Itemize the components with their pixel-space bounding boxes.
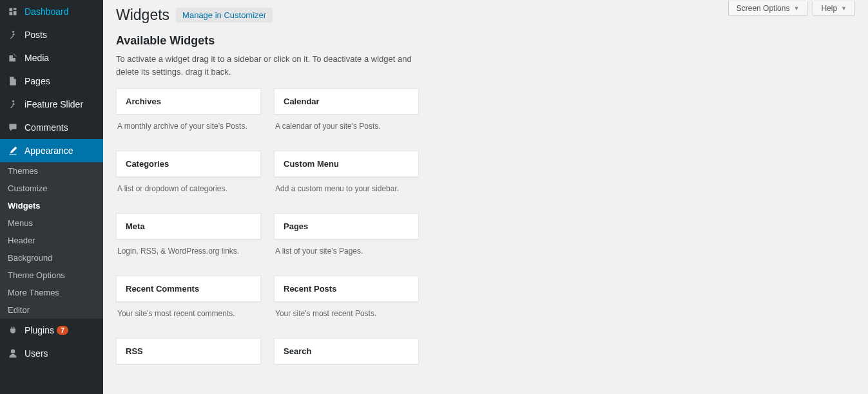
comment-icon (6, 121, 19, 134)
available-widgets-panel: Available Widgets To activate a widget d… (116, 34, 419, 394)
manage-in-customizer-link[interactable]: Manage in Customizer (176, 8, 273, 23)
available-widgets-heading: Available Widgets (116, 34, 419, 48)
sidebar-item-appearance[interactable]: Appearance (0, 139, 103, 162)
main-content: Screen Options▼ Help▼ Widgets Manage in … (103, 0, 868, 394)
available-widget: Recent PostsYour site's most recent Post… (274, 276, 419, 330)
appearance-icon (6, 144, 19, 157)
pin-icon (6, 98, 19, 111)
available-widget-desc: Add a custom menu to your sidebar. (274, 177, 419, 205)
available-widget-header[interactable]: Custom Menu (274, 151, 419, 177)
submenu-item-header[interactable]: Header (0, 232, 103, 249)
available-widget-desc (274, 364, 419, 393)
media-icon (6, 52, 19, 64)
sidebar-item-media[interactable]: Media (0, 46, 103, 70)
available-widget-header[interactable]: Search (274, 338, 419, 364)
available-widget-header[interactable]: Categories (116, 151, 261, 177)
update-count-badge: 7 (57, 326, 68, 335)
available-widget-desc: A monthly archive of your site's Posts. (116, 115, 261, 143)
sidebar-item-label: Appearance (24, 145, 73, 156)
available-widget: Recent CommentsYour site's most recent c… (116, 276, 261, 330)
available-widget-desc: A calendar of your site's Posts. (274, 115, 419, 143)
sidebar-item-label: Posts (24, 30, 47, 40)
available-widget: Custom MenuAdd a custom menu to your sid… (274, 151, 419, 205)
sidebar-item-plugins[interactable]: Plugins7 (0, 319, 103, 342)
available-widget-header[interactable]: Archives (116, 88, 261, 115)
available-widget-header[interactable]: Pages (274, 213, 419, 239)
caret-down-icon: ▼ (793, 5, 799, 12)
sidebar-item-ifeature-slider[interactable]: iFeature Slider (0, 93, 103, 116)
available-widget-header[interactable]: Recent Comments (116, 276, 261, 302)
sidebar-item-pages[interactable]: Pages (0, 70, 103, 93)
sidebar-item-label: Comments (24, 122, 68, 133)
pin-icon (6, 28, 19, 41)
sidebar-item-users[interactable]: Users (0, 342, 103, 365)
appearance-submenu: ThemesCustomizeWidgetsMenusHeaderBackgro… (0, 162, 103, 319)
available-widget-header[interactable]: Meta (116, 213, 261, 239)
available-widget: RSS (116, 338, 261, 393)
sidebar-item-label: Users (24, 348, 48, 359)
sidebar-item-label: iFeature Slider (24, 99, 83, 109)
sidebar-item-posts[interactable]: Posts (0, 23, 103, 46)
sidebar-item-label: Pages (24, 76, 50, 86)
submenu-item-customize[interactable]: Customize (0, 180, 103, 197)
submenu-item-menus[interactable]: Menus (0, 214, 103, 232)
available-widget-desc: Login, RSS, & WordPress.org links. (116, 239, 261, 268)
available-widget-header[interactable]: Calendar (274, 88, 419, 115)
submenu-item-more-themes[interactable]: More Themes (0, 284, 103, 301)
available-widget-desc: Your site's most recent comments. (116, 302, 261, 330)
submenu-item-themes[interactable]: Themes (0, 162, 103, 180)
dashboard-icon (6, 5, 19, 18)
available-widget-header[interactable]: Recent Posts (274, 276, 419, 302)
available-widget: CategoriesA list or dropdown of categori… (116, 151, 261, 205)
sidebar-item-comments[interactable]: Comments (0, 116, 103, 139)
submenu-item-widgets[interactable]: Widgets (0, 197, 103, 214)
available-widget: ArchivesA monthly archive of your site's… (116, 88, 261, 143)
available-widget-desc: A list or dropdown of categories. (116, 177, 261, 205)
user-icon (6, 347, 19, 360)
available-widget-desc: A list of your site's Pages. (274, 239, 419, 268)
sidebar-item-label: Plugins (24, 325, 54, 335)
caret-down-icon: ▼ (841, 5, 847, 12)
help-button[interactable]: Help▼ (813, 1, 855, 16)
available-widget-desc (116, 364, 261, 393)
submenu-item-theme-options[interactable]: Theme Options (0, 267, 103, 284)
available-widget: CalendarA calendar of your site's Posts. (274, 88, 419, 143)
available-widget-header[interactable]: RSS (116, 338, 261, 364)
plugin-icon (6, 324, 19, 337)
available-widgets-desc: To activate a widget drag it to a sideba… (116, 53, 419, 78)
page-icon (6, 75, 19, 88)
sidebar-item-label: Dashboard (24, 6, 69, 17)
admin-sidebar: DashboardPostsMediaPagesiFeature SliderC… (0, 0, 103, 394)
submenu-item-background[interactable]: Background (0, 249, 103, 267)
available-widget: Search (274, 338, 419, 393)
available-widget: MetaLogin, RSS, & WordPress.org links. (116, 213, 261, 268)
available-widget: PagesA list of your site's Pages. (274, 213, 419, 268)
sidebar-item-label: Media (24, 53, 49, 63)
submenu-item-editor[interactable]: Editor (0, 301, 103, 319)
top-actions: Screen Options▼ Help▼ (728, 1, 855, 16)
page-title: Widgets (116, 6, 169, 24)
sidebar-item-dashboard[interactable]: Dashboard (0, 0, 103, 23)
screen-options-button[interactable]: Screen Options▼ (728, 1, 808, 16)
available-widget-desc: Your site's most recent Posts. (274, 302, 419, 330)
